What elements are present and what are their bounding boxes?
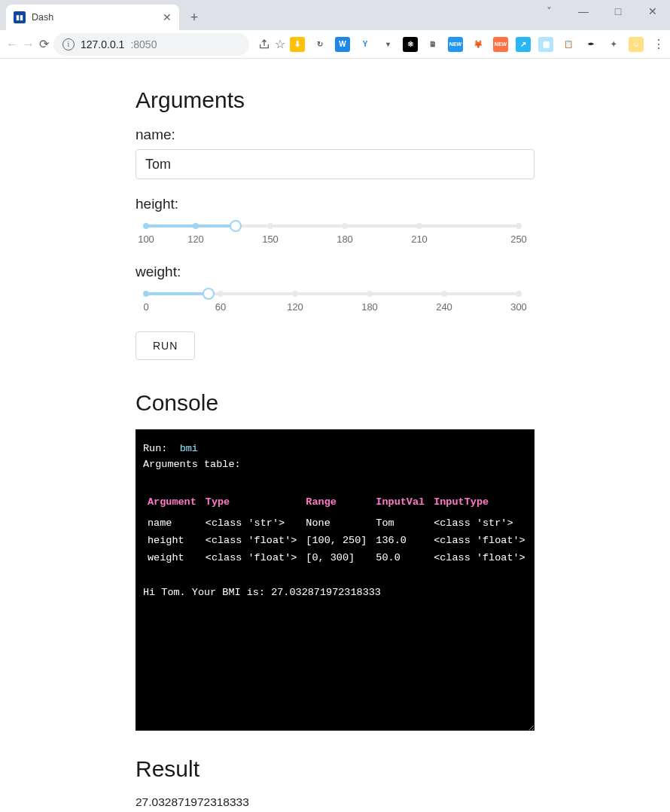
tab-title: Dash	[32, 12, 157, 23]
extension-avatar-icon[interactable]: ☺	[629, 37, 644, 52]
console-table-cell: <class 'str'>	[434, 515, 534, 533]
extension-new2-icon[interactable]: NEW	[493, 37, 508, 52]
console-table-cell: [100, 250]	[306, 533, 376, 550]
weight-slider-mark	[367, 291, 373, 297]
console-table-row: name<class 'str'>NoneTom<class 'str'>	[148, 515, 534, 533]
weight-slider-tick-label: 300	[510, 301, 527, 313]
console-table-cell: height	[148, 533, 206, 550]
window-minimize-button[interactable]: —	[566, 0, 601, 23]
run-button[interactable]: RUN	[136, 331, 195, 360]
weight-slider-tick-label: 120	[287, 301, 303, 313]
height-slider-fill	[146, 224, 236, 227]
height-slider-mark	[267, 223, 273, 229]
console-run-label: Run:	[143, 443, 167, 454]
height-slider-tick-label: 150	[262, 234, 279, 245]
console-table-header: InputVal	[376, 495, 434, 515]
weight-slider-fill	[146, 292, 209, 295]
extension-doc-icon[interactable]: 🗎	[425, 37, 440, 52]
window-caret-icon[interactable]: ˅	[531, 0, 566, 23]
tab-favicon-icon: ▮▮	[14, 11, 26, 23]
extension-react-icon[interactable]: ⚛	[403, 37, 418, 52]
height-field-group: height: 100120150180210250	[136, 196, 534, 247]
extension-dropdown-icon[interactable]: ▾	[380, 37, 395, 52]
extension-puzzle-icon[interactable]: ✦	[606, 37, 621, 52]
result-value: 27.032871972318333	[136, 795, 534, 809]
extension-new1-icon[interactable]: NEW	[448, 37, 463, 52]
extension-picker-icon[interactable]: ✒	[583, 37, 598, 52]
console-table-cell: [0, 300]	[306, 550, 376, 567]
extension-vue-icon[interactable]: Y	[358, 37, 373, 52]
url-host: 127.0.0.1	[81, 38, 124, 50]
height-slider-mark	[516, 223, 522, 229]
weight-slider-mark	[218, 291, 224, 297]
window-close-button[interactable]: ✕	[635, 0, 670, 23]
weight-slider-handle[interactable]	[203, 288, 215, 300]
console-table-cell: <class 'str'>	[206, 515, 306, 533]
nav-reload-button[interactable]: ⟳	[39, 34, 49, 55]
share-icon[interactable]	[258, 34, 270, 55]
window-maximize-button[interactable]: □	[601, 0, 635, 23]
arguments-heading: Arguments	[136, 87, 534, 113]
console-table-cell: 136.0	[376, 533, 434, 550]
height-slider-tick-label: 120	[187, 234, 204, 245]
height-slider-tick-label: 250	[510, 234, 527, 245]
console-table-header: Argument	[148, 495, 206, 515]
weight-slider-mark	[516, 291, 522, 297]
console-table-row: weight<class 'float'>[0, 300]50.0<class …	[148, 550, 534, 567]
console-table-cell: name	[148, 515, 206, 533]
name-input[interactable]	[136, 149, 534, 179]
console-args-table: ArgumentTypeRangeInputValInputTypename<c…	[148, 495, 534, 567]
weight-slider-tick-label: 0	[143, 301, 148, 313]
console-table-cell: <class 'float'>	[206, 550, 306, 567]
extensions-row: ⬇↻WY▾⚛🗎NEW🦊NEW↗▦📋✒✦☺	[290, 37, 648, 52]
nav-forward-button[interactable]: →	[23, 34, 35, 55]
new-tab-button[interactable]: +	[184, 7, 205, 28]
console-table-cell: <class 'float'>	[434, 533, 534, 550]
height-slider-mark	[416, 223, 422, 229]
browser-toolbar: ← → ⟳ i 127.0.0.1:8050 ☆ ⬇↻WY▾⚛🗎NEW🦊NEW↗…	[0, 30, 670, 59]
console-table-cell: weight	[148, 550, 206, 567]
console-table-cell: 50.0	[376, 550, 434, 567]
height-slider-tick-label: 180	[337, 234, 353, 245]
console-table-cell: None	[306, 515, 376, 533]
site-info-icon[interactable]: i	[62, 38, 75, 50]
console-table-header: InputType	[434, 495, 534, 515]
weight-slider-tick-label: 60	[215, 301, 226, 313]
bookmark-star-icon[interactable]: ☆	[275, 34, 285, 55]
weight-slider-mark	[441, 291, 447, 297]
name-field-group: name:	[136, 127, 534, 179]
extension-download-icon[interactable]: ⬇	[290, 37, 305, 52]
height-label: height:	[136, 196, 534, 212]
height-slider-mark	[143, 223, 149, 229]
url-port: :8050	[130, 38, 157, 50]
extension-clip-icon[interactable]: 📋	[561, 37, 576, 52]
weight-field-group: weight: 060120180240300	[136, 264, 534, 315]
extension-share-icon[interactable]: ↗	[516, 37, 531, 52]
height-slider-handle[interactable]	[230, 220, 242, 232]
height-slider-tick-label: 210	[411, 234, 428, 245]
browser-tab[interactable]: ▮▮ Dash ✕	[6, 5, 179, 30]
console-args-label: Arguments table:	[143, 457, 527, 473]
weight-label: weight:	[136, 264, 534, 280]
weight-slider[interactable]: 060120180240300	[146, 286, 519, 315]
extension-img-icon[interactable]: ▦	[538, 37, 553, 52]
console-table-header: Range	[306, 495, 376, 515]
console-table-cell: <class 'float'>	[206, 533, 306, 550]
console-run-target: bmi	[174, 443, 198, 454]
browser-menu-button[interactable]: ⋮	[653, 34, 665, 55]
tab-close-icon[interactable]: ✕	[163, 11, 172, 23]
nav-back-button[interactable]: ←	[6, 34, 18, 55]
height-slider[interactable]: 100120150180210250	[146, 218, 519, 247]
height-slider-mark	[342, 223, 348, 229]
page-content: Arguments name: height: 1001201501802102…	[0, 59, 670, 809]
address-bar[interactable]: i 127.0.0.1:8050	[53, 33, 249, 56]
extension-wps-icon[interactable]: W	[335, 37, 350, 52]
weight-slider-mark	[292, 291, 298, 297]
height-slider-mark	[193, 223, 199, 229]
extension-firefox-icon[interactable]: 🦊	[471, 37, 486, 52]
browser-titlebar: ▮▮ Dash ✕ + ˅ — □ ✕	[0, 0, 670, 30]
console-output[interactable]: Run: bmi Arguments table: ArgumentTypeRa…	[136, 429, 534, 731]
weight-slider-tick-label: 180	[361, 301, 378, 313]
extension-sync-icon[interactable]: ↻	[312, 37, 327, 52]
name-label: name:	[136, 127, 534, 143]
